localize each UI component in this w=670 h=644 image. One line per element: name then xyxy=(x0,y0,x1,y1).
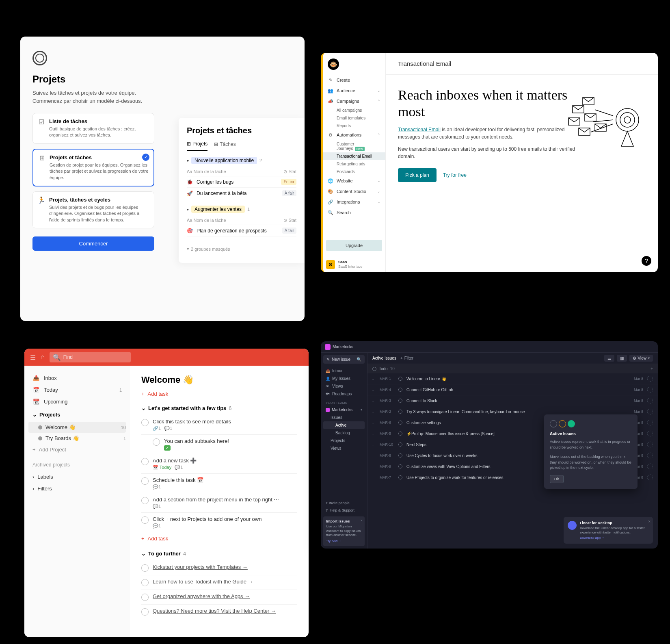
issue-row[interactable]: -MAR-1Welcome to Linear 👋Mar 8 xyxy=(367,373,658,384)
priority-icon[interactable]: - xyxy=(372,421,376,425)
status-icon[interactable] xyxy=(398,432,402,436)
task-row[interactable]: Add a new task ➕📅 Today💬1 xyxy=(141,454,297,474)
assignee-avatar[interactable] xyxy=(647,475,653,480)
priority-icon[interactable]: - xyxy=(372,399,376,403)
nav-roadmaps[interactable]: 🗺Roadmaps xyxy=(323,390,365,398)
task-checkbox[interactable] xyxy=(141,419,149,426)
status-icon[interactable] xyxy=(398,410,402,414)
status-icon[interactable] xyxy=(398,388,402,392)
task-row[interactable]: 🚀Du lancement à la bêtaÀ fair xyxy=(187,188,296,199)
nav-sub-transactional-email[interactable]: Transactional Email xyxy=(323,152,385,160)
status-icon[interactable] xyxy=(398,453,402,458)
task-checkbox[interactable] xyxy=(141,497,149,504)
assignee-avatar[interactable] xyxy=(647,376,653,382)
close-icon[interactable]: × xyxy=(648,519,651,524)
nav-campaigns[interactable]: 📣Campaigns⌃ xyxy=(323,96,385,106)
transactional-email-link[interactable]: Transactional Email xyxy=(398,127,441,132)
team-nav-issues[interactable]: Issues xyxy=(323,414,365,421)
nav-filters[interactable]: ›Filters xyxy=(28,483,126,494)
task-row[interactable]: You can add subtasks here!✓ xyxy=(153,435,297,454)
group-header[interactable]: ▾Nouvelle application mobile2 xyxy=(187,157,296,164)
status-icon[interactable] xyxy=(398,475,402,479)
upgrade-button[interactable]: Upgrade xyxy=(326,240,382,251)
close-icon[interactable]: × xyxy=(361,518,363,523)
filter-button[interactable]: +Filter xyxy=(400,356,413,360)
assignee-avatar[interactable] xyxy=(647,442,653,447)
task-row[interactable]: 🐞Corriger les bugsEn co xyxy=(187,176,296,188)
priority-icon[interactable]: - xyxy=(372,410,376,414)
start-button[interactable]: Commencer xyxy=(32,236,154,251)
nav-sub-customer-journeys[interactable]: Customer JourneysNew xyxy=(323,140,385,152)
list-view-icon[interactable]: ☰ xyxy=(604,355,614,362)
projects-header[interactable]: ⌄Projects xyxy=(28,408,126,422)
priority-icon[interactable]: - xyxy=(372,453,376,458)
account-switcher[interactable]: S SaaS SaaS Interface xyxy=(326,260,382,269)
nav-create[interactable]: ✎Create xyxy=(323,75,385,85)
nav-audience[interactable]: 👥Audience⌄ xyxy=(323,85,385,96)
help-button[interactable]: ? xyxy=(642,256,651,266)
status-icon[interactable] xyxy=(398,377,402,381)
assignee-avatar[interactable] xyxy=(647,409,653,414)
task-row[interactable]: Schedule this task 📅💬1 xyxy=(141,474,297,493)
task-row[interactable]: Learn how to use Todoist with the Guide … xyxy=(141,575,297,590)
add-task-button[interactable]: +Add task xyxy=(141,536,297,542)
task-checkbox[interactable] xyxy=(141,608,149,616)
nav-labels[interactable]: ›Labels xyxy=(28,471,126,483)
status-icon[interactable] xyxy=(398,399,402,403)
task-row[interactable]: Kickstart your projects with Templates → xyxy=(141,561,297,575)
add-project-button[interactable]: +Add Project xyxy=(28,444,126,455)
status-icon[interactable] xyxy=(398,421,402,425)
team-nav-views[interactable]: Views xyxy=(323,445,365,452)
template-card-1[interactable]: ✓⊞Projets et tâchesGestion de projet pou… xyxy=(32,149,154,186)
group-header[interactable]: ▾Augmenter les ventes1 xyxy=(187,206,296,213)
task-checkbox[interactable] xyxy=(153,438,160,446)
menu-icon[interactable]: ☰ xyxy=(30,353,36,361)
hidden-groups-toggle[interactable]: ▾2 groupes masqués xyxy=(187,243,296,255)
nav-search[interactable]: 🔍Search xyxy=(323,207,385,218)
task-checkbox[interactable] xyxy=(141,594,149,601)
task-row[interactable]: 🎯Plan de génération de prospectsÀ fair xyxy=(187,225,296,236)
team-nav-active[interactable]: Active xyxy=(323,421,365,429)
tab-projets[interactable]: ⊞Projets xyxy=(187,141,207,151)
project-item[interactable]: Try Boards 👋1 xyxy=(28,433,126,444)
team-nav-backlog[interactable]: Backlog xyxy=(323,429,365,437)
add-task-button[interactable]: +Add task xyxy=(141,391,297,397)
nav-website[interactable]: 🌐Website⌄ xyxy=(323,176,385,186)
board-view-icon[interactable]: ▦ xyxy=(617,355,627,362)
nav-sub-reports[interactable]: Reports xyxy=(323,122,385,130)
priority-icon[interactable]: - xyxy=(372,432,376,436)
team-nav-projects[interactable]: Projects xyxy=(323,437,365,445)
help-support-button[interactable]: ?Help & Support xyxy=(323,507,365,514)
task-checkbox[interactable] xyxy=(141,458,149,465)
nav-automations[interactable]: ⚙Automations⌃ xyxy=(323,130,385,140)
assignee-avatar[interactable] xyxy=(647,387,653,392)
task-checkbox[interactable] xyxy=(141,516,149,524)
try-free-link[interactable]: Try for free xyxy=(443,172,467,178)
nav-sub-all-campaigns[interactable]: All campaigns xyxy=(323,106,385,114)
home-icon[interactable]: ⌂ xyxy=(41,353,45,361)
nav-my-issues[interactable]: 👤My Issues xyxy=(323,375,365,382)
priority-icon[interactable]: - xyxy=(372,377,376,381)
nav-sub-email-templates[interactable]: Email templates xyxy=(323,114,385,122)
nav-inbox[interactable]: 📥Inbox xyxy=(323,367,365,375)
project-item[interactable]: Welcome 👋10 xyxy=(28,422,126,433)
team-item[interactable]: Marketricks▾ xyxy=(323,406,365,414)
template-card-0[interactable]: ☑Liste de tâchesOutil basique de gestion… xyxy=(32,113,154,144)
plus-icon[interactable]: + xyxy=(651,366,653,371)
priority-icon[interactable]: - xyxy=(372,475,376,480)
assignee-avatar[interactable] xyxy=(647,453,653,458)
assignee-avatar[interactable] xyxy=(647,431,653,436)
priority-icon[interactable]: - xyxy=(372,464,376,469)
status-icon[interactable] xyxy=(398,464,402,468)
task-checkbox[interactable] xyxy=(141,477,149,485)
task-checkbox[interactable] xyxy=(141,579,149,586)
section-header[interactable]: ⌄Let's get started with a few tips6 xyxy=(141,405,297,411)
task-checkbox[interactable] xyxy=(141,564,149,572)
toast-download-link[interactable]: Download app → xyxy=(580,536,649,540)
task-row[interactable]: Click + next to Projects to add one of y… xyxy=(141,513,297,532)
task-row[interactable]: Add a section from the project menu in t… xyxy=(141,493,297,513)
pick-plan-button[interactable]: Pick a plan xyxy=(398,168,437,182)
status-icon[interactable] xyxy=(398,442,402,447)
issue-row[interactable]: -MAR-4Connect GitHub or GitLabMar 8 xyxy=(367,384,658,395)
status-group-header[interactable]: Todo 10 + xyxy=(367,364,658,373)
